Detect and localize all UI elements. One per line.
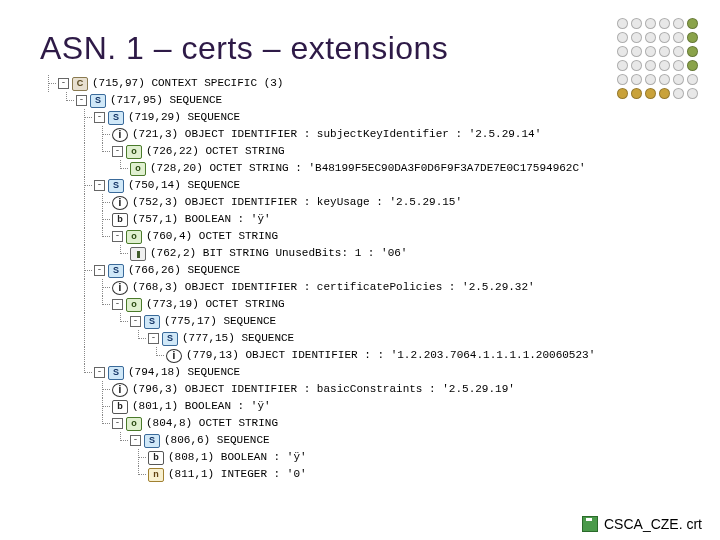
tree-node-label: (794,18) SEQUENCE — [128, 364, 240, 381]
seq-icon: S — [90, 94, 106, 108]
tree-node-label: (775,17) SEQUENCE — [164, 313, 276, 330]
tree-row: i(721,3) OBJECT IDENTIFIER : subjectKeyI… — [40, 126, 690, 143]
tree-toggle[interactable]: - — [58, 78, 69, 89]
tree-toggle[interactable]: - — [130, 435, 141, 446]
tree-node-label: (760,4) OCTET STRING — [146, 228, 278, 245]
save-icon — [582, 516, 598, 532]
seq-icon: S — [162, 332, 178, 346]
tree-node-label: (801,1) BOOLEAN : 'ÿ' — [132, 398, 271, 415]
tree-toggle[interactable]: - — [112, 231, 123, 242]
tree-row: |||(762,2) BIT STRING UnusedBits: 1 : '0… — [40, 245, 690, 262]
tree-row: -C(715,97) CONTEXT SPECIFIC (3) — [40, 75, 690, 92]
seq-icon: S — [144, 315, 160, 329]
seq-icon: S — [144, 434, 160, 448]
tree-toggle[interactable]: - — [112, 299, 123, 310]
footer-filename: CSCA_CZE. crt — [604, 516, 702, 532]
tree-node-label: (757,1) BOOLEAN : 'ÿ' — [132, 211, 271, 228]
tree-row: b(757,1) BOOLEAN : 'ÿ' — [40, 211, 690, 228]
tree-node-label: (752,3) OBJECT IDENTIFIER : keyUsage : '… — [132, 194, 462, 211]
tree-row: -S(806,6) SEQUENCE — [40, 432, 690, 449]
tree-row: -S(777,15) SEQUENCE — [40, 330, 690, 347]
oct-icon: o — [126, 298, 142, 312]
seq-icon: S — [108, 366, 124, 380]
seq-icon: S — [108, 179, 124, 193]
tree-row: -S(750,14) SEQUENCE — [40, 177, 690, 194]
oct-icon: o — [130, 162, 146, 176]
tree-row: -S(794,18) SEQUENCE — [40, 364, 690, 381]
tree-node-label: (762,2) BIT STRING UnusedBits: 1 : '06' — [150, 245, 407, 262]
tree-row: b(801,1) BOOLEAN : 'ÿ' — [40, 398, 690, 415]
tree-node-label: (808,1) BOOLEAN : 'ÿ' — [168, 449, 307, 466]
tree-row: o(728,20) OCTET STRING : 'B48199F5EC90DA… — [40, 160, 690, 177]
tree-row: -S(766,26) SEQUENCE — [40, 262, 690, 279]
seq-icon: S — [108, 264, 124, 278]
tree-node-label: (719,29) SEQUENCE — [128, 109, 240, 126]
tree-node-label: (804,8) OCTET STRING — [146, 415, 278, 432]
footer: CSCA_CZE. crt — [582, 516, 702, 532]
slide-title: ASN. 1 – certs – extensions — [40, 30, 690, 67]
oid-icon: i — [112, 128, 128, 142]
tree-row: -S(717,95) SEQUENCE — [40, 92, 690, 109]
tree-node-label: (806,6) SEQUENCE — [164, 432, 270, 449]
tree-row: b(808,1) BOOLEAN : 'ÿ' — [40, 449, 690, 466]
tree-node-label: (726,22) OCTET STRING — [146, 143, 285, 160]
tree-toggle[interactable]: - — [94, 265, 105, 276]
bool-icon: b — [112, 400, 128, 414]
tree-node-label: (777,15) SEQUENCE — [182, 330, 294, 347]
seq-icon: S — [108, 111, 124, 125]
tree-node-label: (715,97) CONTEXT SPECIFIC (3) — [92, 75, 283, 92]
oct-icon: o — [126, 417, 142, 431]
tree-toggle[interactable]: - — [94, 112, 105, 123]
tree-row: -o(804,8) OCTET STRING — [40, 415, 690, 432]
tree-row: i(752,3) OBJECT IDENTIFIER : keyUsage : … — [40, 194, 690, 211]
tree-node-label: (796,3) OBJECT IDENTIFIER : basicConstra… — [132, 381, 515, 398]
tree-toggle[interactable]: - — [112, 418, 123, 429]
oct-icon: o — [126, 230, 142, 244]
tree-row: -S(775,17) SEQUENCE — [40, 313, 690, 330]
tree-node-label: (750,14) SEQUENCE — [128, 177, 240, 194]
tree-node-label: (768,3) OBJECT IDENTIFIER : certificateP… — [132, 279, 535, 296]
tree-row: i(768,3) OBJECT IDENTIFIER : certificate… — [40, 279, 690, 296]
tree-row: i(779,13) OBJECT IDENTIFIER : : '1.2.203… — [40, 347, 690, 364]
tree-row: -o(760,4) OCTET STRING — [40, 228, 690, 245]
tree-node-label: (728,20) OCTET STRING : 'B48199F5EC90DA3… — [150, 160, 586, 177]
bool-icon: b — [112, 213, 128, 227]
tree-toggle[interactable]: - — [130, 316, 141, 327]
bool-icon: b — [148, 451, 164, 465]
corner-dot-grid — [617, 18, 698, 99]
tree-node-label: (721,3) OBJECT IDENTIFIER : subjectKeyId… — [132, 126, 541, 143]
tree-node-label: (779,13) OBJECT IDENTIFIER : : '1.2.203.… — [186, 347, 595, 364]
tree-node-label: (766,26) SEQUENCE — [128, 262, 240, 279]
int-icon: n — [148, 468, 164, 482]
tree-node-label: (773,19) OCTET STRING — [146, 296, 285, 313]
oct-icon: o — [126, 145, 142, 159]
tree-toggle[interactable]: - — [94, 180, 105, 191]
tree-row: -o(726,22) OCTET STRING — [40, 143, 690, 160]
tree-row: n(811,1) INTEGER : '0' — [40, 466, 690, 483]
tree-row: -o(773,19) OCTET STRING — [40, 296, 690, 313]
tree-row: -S(719,29) SEQUENCE — [40, 109, 690, 126]
ctx-icon: C — [72, 77, 88, 91]
tree-toggle[interactable]: - — [148, 333, 159, 344]
oid-icon: i — [112, 383, 128, 397]
oid-icon: i — [112, 196, 128, 210]
tree-row: i(796,3) OBJECT IDENTIFIER : basicConstr… — [40, 381, 690, 398]
oid-icon: i — [166, 349, 182, 363]
tree-toggle[interactable]: - — [76, 95, 87, 106]
oid-icon: i — [112, 281, 128, 295]
bit-icon: ||| — [130, 247, 146, 261]
tree-node-label: (717,95) SEQUENCE — [110, 92, 222, 109]
tree-node-label: (811,1) INTEGER : '0' — [168, 466, 307, 483]
tree-toggle[interactable]: - — [94, 367, 105, 378]
tree-toggle[interactable]: - — [112, 146, 123, 157]
asn1-tree: -C(715,97) CONTEXT SPECIFIC (3)-S(717,95… — [40, 75, 690, 483]
